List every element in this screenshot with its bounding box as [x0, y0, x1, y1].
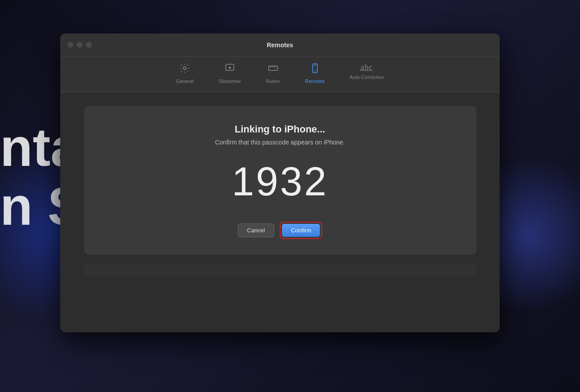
dialog-subtitle: Confirm that this passcode appears on iP…: [215, 139, 345, 146]
window-title: Remotes: [267, 41, 293, 49]
dialog-title: Linking to iPhone...: [235, 124, 325, 135]
traffic-lights: [67, 42, 92, 48]
maximize-button[interactable]: [86, 42, 92, 48]
toolbar-item-rulers[interactable]: Rulers: [262, 61, 284, 86]
play-icon: [224, 63, 235, 76]
confirm-button[interactable]: Confirm: [282, 224, 320, 237]
dialog-box: Linking to iPhone... Confirm that this p…: [84, 106, 476, 255]
gear-icon: [179, 63, 190, 76]
cancel-button[interactable]: Cancel: [238, 223, 274, 237]
toolbar-label-slideshow: Slideshow: [219, 78, 241, 84]
svg-point-10: [315, 70, 315, 71]
phone-icon: [310, 63, 320, 76]
toolbar-item-slideshow[interactable]: Slideshow: [215, 61, 244, 86]
toolbar-label-autocorrection: Auto-Correction: [350, 74, 384, 80]
toolbar-label-general: General: [176, 78, 193, 84]
close-button[interactable]: [67, 42, 73, 48]
passcode-display: 1932: [232, 161, 328, 202]
toolbar-item-general[interactable]: General: [172, 61, 197, 86]
rulers-icon: [268, 63, 278, 76]
svg-point-0: [183, 67, 186, 70]
minimize-button[interactable]: [77, 42, 83, 48]
toolbar: General Slideshow Rulers: [60, 57, 500, 92]
toolbar-label-rulers: Rulers: [266, 78, 280, 84]
content-area: Linking to iPhone... Confirm that this p…: [60, 92, 500, 332]
remotes-window: Remotes General Slideshow: [60, 33, 500, 332]
confirm-button-highlight: Confirm: [280, 222, 323, 239]
toolbar-item-autocorrection[interactable]: abc Auto-Correction: [346, 61, 388, 86]
dialog-buttons: Cancel Confirm: [238, 222, 323, 239]
svg-marker-2: [229, 66, 232, 69]
titlebar: Remotes: [60, 33, 500, 57]
toolbar-label-remotes: Remotes: [305, 78, 325, 84]
svg-rect-3: [269, 66, 278, 70]
toolbar-item-remotes[interactable]: Remotes: [302, 61, 328, 86]
abc-icon: abc: [360, 63, 373, 72]
bottom-bar: [84, 264, 476, 277]
